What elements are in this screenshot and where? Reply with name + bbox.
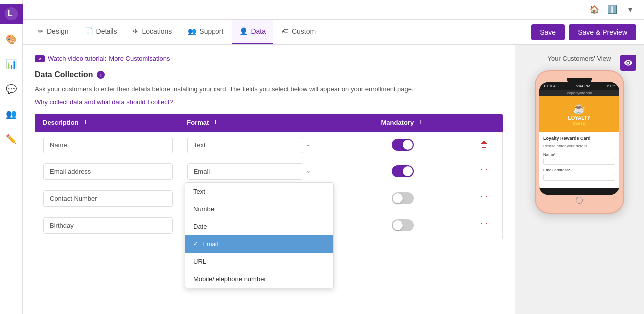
phone-camera <box>567 78 592 82</box>
phone-card-image: ☕ Loyalty Card <box>539 96 619 132</box>
loyalty-text-line2: Card <box>573 121 586 126</box>
phone-status-bar: 1010 4G 5:44 PM 61% <box>539 82 619 90</box>
contact-mandatory-toggle[interactable] <box>392 192 414 204</box>
birthday-delete-button[interactable]: 🗑 <box>474 221 494 230</box>
contact-field[interactable] <box>43 190 173 207</box>
phone-home-button[interactable] <box>576 197 583 204</box>
phone-field1-label: Name* <box>543 152 615 157</box>
locations-icon: ✈ <box>133 27 139 35</box>
dropdown-option-date[interactable]: Date <box>185 218 333 235</box>
section-title: Data Collection i <box>35 70 503 79</box>
nav-tabs: ✏ Design 📄 Details ✈ Locations 👥 Support… <box>23 20 644 45</box>
sidebar-comment-icon[interactable]: 💬 <box>0 78 23 101</box>
dropdown-option-url[interactable]: URL <box>185 253 333 270</box>
section-description: Ask your customers to enter their detail… <box>35 84 503 94</box>
left-panel: v Watch video tutorial: More Customisati… <box>23 45 515 314</box>
save-preview-button[interactable]: Save & Preview <box>569 24 636 40</box>
section-info-icon[interactable]: i <box>97 71 105 79</box>
dropdown-option-number[interactable]: Number <box>185 200 333 218</box>
name-delete-button[interactable]: 🗑 <box>474 140 494 149</box>
name-format-select[interactable]: Text <box>187 137 304 153</box>
dropdown-option-email[interactable]: ✓ Email <box>185 235 333 253</box>
save-button[interactable]: Save <box>531 24 565 40</box>
sidebar-palette-icon[interactable]: 🎨 <box>0 28 23 51</box>
sidebar: L 🎨 📊 💬 👥 ✏️ <box>0 0 23 314</box>
table-row: Email 🗑 Text <box>35 158 502 185</box>
top-bar: 🏠 ℹ️ ▾ <box>23 0 644 20</box>
desc-info-icon[interactable]: i <box>82 119 90 127</box>
phone-field1-input <box>543 158 615 165</box>
tab-data[interactable]: 👤 Data <box>232 20 273 44</box>
menu-icon[interactable]: ▾ <box>624 4 636 16</box>
dropdown-option-mobile[interactable]: Mobile/telephone number <box>185 270 333 288</box>
sidebar-users-icon[interactable]: 👥 <box>0 103 23 126</box>
col-format: Format i <box>187 119 330 127</box>
phone-field2-label: Email address* <box>543 168 615 172</box>
tab-design[interactable]: ✏ Design <box>31 20 76 44</box>
info-icon[interactable]: ℹ️ <box>606 4 618 16</box>
tab-custom[interactable]: 🏷 Custom <box>275 20 322 44</box>
vimeo-icon: v <box>35 55 45 62</box>
details-icon: 📄 <box>85 27 93 35</box>
table-row: Text 🗑 <box>35 132 502 158</box>
phone-screen: 1010 4G 5:44 PM 61% loopyloyalty.com ☕ L… <box>539 82 619 195</box>
app-logo[interactable]: L <box>0 4 23 24</box>
phone-mockup: 1010 4G 5:44 PM 61% loopyloyalty.com ☕ L… <box>535 70 624 214</box>
preview-title: Your Customers' View <box>548 55 611 62</box>
phone-bottom-bar <box>539 188 619 195</box>
table-header: Description i Format i Mandatory i <box>35 114 503 132</box>
tab-details[interactable]: 📄 Details <box>78 20 124 44</box>
name-mandatory-toggle[interactable] <box>392 139 414 151</box>
phone-prompt: Please enter your details <box>543 144 615 148</box>
preview-button[interactable] <box>620 55 636 71</box>
col-mandatory: Mandatory i <box>331 119 475 127</box>
svg-text:L: L <box>8 9 13 18</box>
contact-delete-button[interactable]: 🗑 <box>474 194 494 203</box>
data-rows: Text 🗑 <box>35 132 503 239</box>
email-delete-button[interactable]: 🗑 <box>474 167 494 176</box>
phone-content: Loyalty Rewards Card Please enter your d… <box>539 132 619 188</box>
video-link[interactable]: v Watch video tutorial: More Customisati… <box>35 55 503 62</box>
sidebar-chart-icon[interactable]: 📊 <box>0 53 23 76</box>
design-icon: ✏ <box>38 27 44 35</box>
dropdown-option-text[interactable]: Text <box>185 183 333 200</box>
custom-icon: 🏷 <box>282 27 289 35</box>
format-dropdown: Text Number Date ✓ Email URL Mobile/tele… <box>185 182 334 288</box>
phone-url-bar: loopyloyalty.com <box>539 90 619 96</box>
email-mandatory-toggle[interactable] <box>392 165 414 177</box>
sidebar-edit-icon[interactable]: ✏️ <box>0 128 23 151</box>
data-help-link[interactable]: Why collect data and what data should I … <box>35 98 503 106</box>
selected-checkmark: ✓ <box>193 240 198 247</box>
birthday-field[interactable] <box>43 217 173 234</box>
cup-icon: ☕ <box>573 102 585 114</box>
col-description: Description i <box>43 119 187 127</box>
mandatory-info-icon[interactable]: i <box>417 119 425 127</box>
support-icon: 👥 <box>188 27 196 35</box>
email-field[interactable] <box>43 163 173 180</box>
home-icon[interactable]: 🏠 <box>588 4 600 16</box>
phone-card-name: Loyalty Rewards Card <box>543 136 615 141</box>
format-info-icon[interactable]: i <box>212 119 219 127</box>
email-format-select[interactable]: Email <box>187 163 304 180</box>
tab-support[interactable]: 👥 Support <box>181 20 230 44</box>
video-link-anchor[interactable]: More Customisations <box>109 55 170 62</box>
birthday-mandatory-toggle[interactable] <box>392 219 414 231</box>
tab-locations[interactable]: ✈ Locations <box>126 20 179 44</box>
loyalty-text-line1: Loyalty <box>568 115 590 121</box>
name-field[interactable] <box>43 137 173 153</box>
right-panel: Your Customers' View 1010 4G 5:44 PM 61%… <box>515 45 644 314</box>
phone-field2-input <box>543 174 615 181</box>
data-icon: 👤 <box>239 27 248 35</box>
